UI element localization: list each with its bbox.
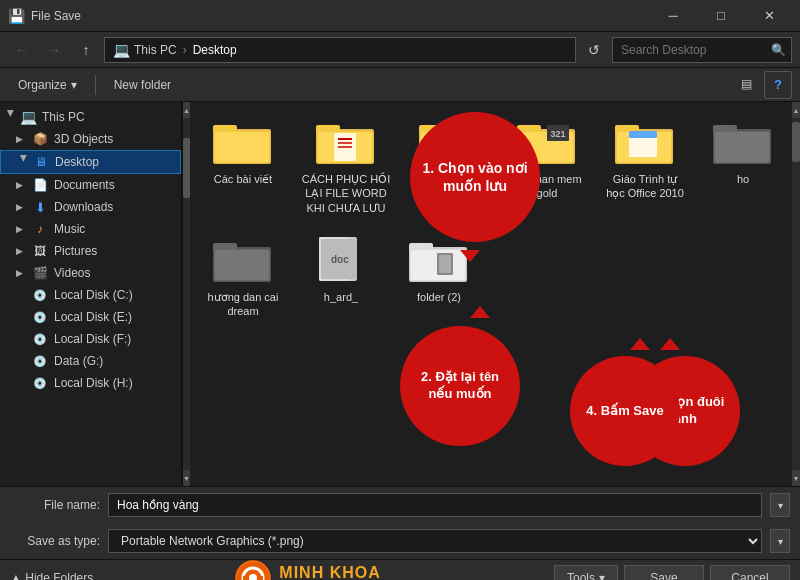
save-type-select[interactable]: Portable Network Graphics (*.png) bbox=[108, 529, 762, 553]
main-wrapper: ▶ 💻 This PC ▶ 📦 3D Objects ▶ 🖥 Desktop ▶… bbox=[0, 102, 800, 486]
sidebar-item-label: Local Disk (E:) bbox=[54, 310, 132, 324]
file-label: h_ard_ bbox=[324, 290, 358, 304]
view-button[interactable]: ▤ bbox=[732, 71, 760, 97]
sidebar-item-label: Documents bbox=[54, 178, 115, 192]
save-type-label: Save as type: bbox=[10, 534, 100, 548]
sidebar-item-label: Local Disk (C:) bbox=[54, 288, 133, 302]
file-item-ho[interactable]: ho bbox=[698, 110, 788, 220]
title-bar-title: File Save bbox=[31, 9, 650, 23]
drive-c-icon: 💿 bbox=[30, 287, 50, 303]
file-name-label: File name: bbox=[10, 498, 100, 512]
search-input[interactable] bbox=[621, 43, 771, 57]
file-label: CÁCH PHỤC HỒI LẠI FILE WORD KHI CHƯA LƯU… bbox=[300, 172, 392, 214]
brand-text: MINH KHOA LAPTOP PARTS & SERVICES bbox=[279, 564, 412, 580]
up-button[interactable]: ↑ bbox=[72, 36, 100, 64]
sidebar-item-local-f[interactable]: ▶ 💿 Local Disk (F:) bbox=[0, 328, 181, 350]
file-name-input[interactable] bbox=[108, 493, 762, 517]
svg-rect-28 bbox=[629, 131, 657, 138]
bottom-panel: File name: ▾ Save as type: Portable Netw… bbox=[0, 486, 800, 559]
3d-icon: 📦 bbox=[30, 131, 50, 147]
chevron-icon: ▶ bbox=[6, 110, 16, 124]
action-buttons: Tools ▾ Save Cancel bbox=[554, 565, 790, 581]
organize-button[interactable]: Organize ▾ bbox=[8, 72, 87, 98]
sidebar-item-label: Videos bbox=[54, 266, 90, 280]
sidebar-item-downloads[interactable]: ▶ ⬇ Downloads bbox=[0, 196, 181, 218]
sidebar-item-label: Desktop bbox=[55, 155, 99, 169]
callout-4-text: 4. Bấm Save bbox=[586, 403, 663, 420]
save-button[interactable]: Save bbox=[624, 565, 704, 581]
sidebar-item-pictures[interactable]: ▶ 🖼 Pictures bbox=[0, 240, 181, 262]
tools-label: Tools bbox=[567, 571, 595, 581]
drive-g-icon: 💿 bbox=[30, 353, 50, 369]
minimize-button[interactable]: ─ bbox=[650, 0, 696, 32]
file-scrollbar-thumb[interactable] bbox=[792, 122, 800, 162]
documents-icon: 📄 bbox=[30, 177, 50, 193]
music-icon: ♪ bbox=[30, 221, 50, 237]
svg-rect-3 bbox=[215, 132, 269, 162]
back-button[interactable]: ← bbox=[8, 36, 36, 64]
file-item-hard[interactable]: doc h_ard_ bbox=[296, 228, 386, 325]
search-box: 🔍 bbox=[612, 37, 792, 63]
file-item-giao-trinh[interactable]: Giáo Trình tự học Office 2010 bbox=[600, 110, 690, 220]
sidebar-item-label: Local Disk (F:) bbox=[54, 332, 131, 346]
svg-rect-51 bbox=[258, 576, 263, 580]
brand-name: MINH KHOA bbox=[279, 564, 412, 580]
sidebar-item-label: Pictures bbox=[54, 244, 97, 258]
search-icon: 🔍 bbox=[771, 43, 786, 57]
file-item-cach-phuc-hoi[interactable]: CÁCH PHỤC HỒI LẠI FILE WORD KHI CHƯA LƯU… bbox=[296, 110, 396, 220]
scrollbar-up-arrow[interactable]: ▲ bbox=[792, 102, 800, 118]
sidebar-item-3d-objects[interactable]: ▶ 📦 3D Objects bbox=[0, 128, 181, 150]
callout-1: 1. Chọn vào nơi muốn lưu bbox=[410, 112, 540, 242]
forward-button[interactable]: → bbox=[40, 36, 68, 64]
sidebar-item-music[interactable]: ▶ ♪ Music bbox=[0, 218, 181, 240]
hide-folders-button[interactable]: ▲ Hide Folders bbox=[10, 571, 93, 581]
organize-label: Organize bbox=[18, 78, 67, 92]
sidebar-scrollbar[interactable]: ▲ ▼ bbox=[182, 102, 190, 486]
chevron-icon: ▶ bbox=[16, 180, 30, 190]
chevron-icon: ▶ bbox=[16, 246, 30, 256]
sidebar-item-this-pc[interactable]: ▶ 💻 This PC bbox=[0, 106, 181, 128]
action-bar: ▲ Hide Folders MINH KHOA LAPTOP PARTS & … bbox=[0, 559, 800, 580]
callout-2-text: 2. Đặt lại tên nếu muốn bbox=[408, 369, 512, 403]
address-part-1: This PC bbox=[134, 43, 177, 57]
sidebar-item-documents[interactable]: ▶ 📄 Documents bbox=[0, 174, 181, 196]
sidebar-item-data-g[interactable]: ▶ 💿 Data (G:) bbox=[0, 350, 181, 372]
help-button[interactable]: ? bbox=[764, 71, 792, 99]
callout-2: 2. Đặt lại tên nếu muốn bbox=[400, 326, 520, 446]
organize-chevron: ▾ bbox=[71, 78, 77, 92]
close-button[interactable]: ✕ bbox=[746, 0, 792, 32]
cancel-button[interactable]: Cancel bbox=[710, 565, 790, 581]
file-item-cac-bai-viet[interactable]: Các bài viết bbox=[198, 110, 288, 220]
sidebar-item-local-c[interactable]: ▶ 💿 Local Disk (C:) bbox=[0, 284, 181, 306]
sidebar-item-local-e[interactable]: ▶ 💿 Local Disk (E:) bbox=[0, 306, 181, 328]
file-label: ho bbox=[737, 172, 749, 186]
sidebar-item-videos[interactable]: ▶ 🎬 Videos bbox=[0, 262, 181, 284]
tools-button[interactable]: Tools ▾ bbox=[554, 565, 618, 581]
file-label: folder (2) bbox=[417, 290, 461, 304]
chevron-icon: ▶ bbox=[19, 155, 29, 169]
drive-f-icon: 💿 bbox=[30, 331, 50, 347]
videos-icon: 🎬 bbox=[30, 265, 50, 281]
file-name-dropdown[interactable]: ▾ bbox=[770, 493, 790, 517]
file-item-huong-dan[interactable]: hương dan cai dream bbox=[198, 228, 288, 325]
new-folder-button[interactable]: New folder bbox=[104, 72, 181, 98]
sidebar-item-local-h[interactable]: ▶ 💿 Local Disk (H:) bbox=[0, 372, 181, 394]
brand-logo-icon bbox=[235, 560, 271, 581]
file-label: Các bài viết bbox=[214, 172, 272, 186]
tools-chevron: ▾ bbox=[599, 571, 605, 581]
refresh-button[interactable]: ↺ bbox=[580, 37, 608, 63]
save-type-dropdown[interactable]: ▾ bbox=[770, 529, 790, 553]
file-name-row: File name: ▾ bbox=[0, 487, 800, 523]
sidebar-item-desktop[interactable]: ▶ 🖥 Desktop bbox=[0, 150, 181, 174]
svg-marker-22 bbox=[547, 125, 569, 141]
maximize-button[interactable]: □ bbox=[698, 0, 744, 32]
downloads-icon: ⬇ bbox=[30, 199, 50, 215]
chevron-icon: ▶ bbox=[16, 202, 30, 212]
svg-rect-36 bbox=[215, 250, 269, 280]
sidebar-item-label: Music bbox=[54, 222, 85, 236]
sidebar-wrapper: ▶ 💻 This PC ▶ 📦 3D Objects ▶ 🖥 Desktop ▶… bbox=[0, 102, 190, 486]
svg-text:doc: doc bbox=[331, 254, 349, 265]
address-bar[interactable]: 💻 This PC › Desktop bbox=[104, 37, 576, 63]
file-area-scrollbar[interactable]: ▲ ▼ bbox=[792, 102, 800, 486]
scrollbar-down-arrow[interactable]: ▼ bbox=[792, 470, 800, 486]
